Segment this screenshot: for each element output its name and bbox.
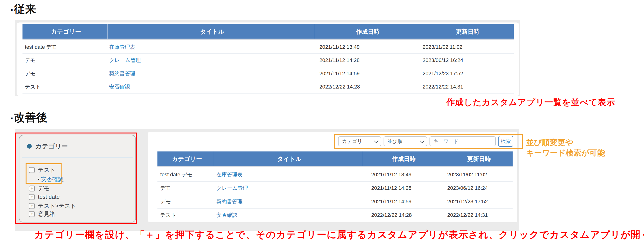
tree-child-item: • 安否確認	[38, 176, 64, 183]
tree-item-label[interactable]: デモ	[38, 184, 50, 192]
table-row: test date デモ 在庫管理表 2021/11/12 13:49 2023…	[22, 40, 514, 54]
sidebar-divider	[22, 157, 132, 158]
created-cell: 2021/11/12 13:49	[366, 172, 442, 178]
category-cell: デモ	[158, 184, 214, 192]
search-button[interactable]: 検索	[498, 136, 513, 147]
tree-item: − テスト	[29, 166, 56, 174]
updated-cell: 2022/12/22 14:31	[419, 84, 514, 90]
keyword-input[interactable]	[430, 136, 496, 146]
legacy-app-table: カテゴリー タイトル 作成日時 更新日時 test date デモ 在庫管理表 …	[22, 24, 514, 94]
sidebar-title: カテゴリー	[35, 142, 68, 150]
updated-cell: 2023/06/12 16:24	[419, 57, 514, 64]
collapse-icon[interactable]: −	[29, 167, 35, 173]
created-cell: 2021/11/12 13:49	[316, 44, 419, 50]
improved-heading: ▪ 改善後	[11, 110, 47, 125]
column-header-created: 作成日時	[362, 152, 440, 166]
app-title-link[interactable]: 在庫管理表	[216, 172, 242, 178]
chevron-down-icon	[420, 138, 424, 143]
heading-bullet: ▪	[11, 114, 13, 122]
column-header-updated: 更新日時	[418, 24, 514, 38]
tree-child-link[interactable]: 安否確認	[41, 176, 64, 183]
sidebar-title-row: カテゴリー	[27, 142, 68, 150]
updated-cell: 2021/12/23 17:52	[419, 70, 514, 77]
tree-item: + 意見箱	[29, 210, 55, 218]
improved-heading-text: 改善後	[14, 110, 47, 125]
table-header-row: カテゴリー タイトル 作成日時 更新日時	[22, 24, 514, 38]
updated-cell: 2023/06/12 16:24	[442, 185, 512, 191]
expand-icon[interactable]: +	[29, 186, 35, 192]
updated-cell: 2023/11/02 11:02	[419, 44, 514, 50]
category-bullet-icon	[27, 144, 32, 148]
column-header-created: 作成日時	[315, 24, 418, 38]
app-title-link[interactable]: 安否確認	[216, 212, 237, 218]
created-cell: 2021/11/12 14:28	[316, 57, 419, 64]
expand-icon[interactable]: +	[29, 194, 35, 200]
chevron-down-icon	[374, 138, 378, 143]
tree-item: + テスト>テスト	[29, 202, 76, 210]
updated-cell: 2021/12/23 17:52	[442, 198, 512, 205]
category-cell: デモ	[22, 57, 107, 64]
column-header-title: タイトル	[108, 24, 315, 38]
table-row: デモ クレーム管理 2021/11/12 14:28 2023/06/12 16…	[158, 182, 512, 195]
sort-select-value: 並び順	[387, 138, 402, 144]
table-row: テスト 安否確認 2022/12/22 14:28 2022/12/22 14:…	[158, 208, 512, 222]
app-title-link[interactable]: 安否確認	[109, 84, 130, 90]
search-annotation: 並び順変更や キーワード検索が可能	[526, 137, 605, 158]
table-row: test date デモ 在庫管理表 2021/11/12 13:49 2023…	[158, 168, 512, 182]
app-title-link[interactable]: 契約書管理	[109, 70, 135, 76]
child-bullet-icon: •	[38, 177, 39, 182]
category-cell: test date デモ	[22, 44, 107, 51]
tree-item-label[interactable]: テスト	[38, 166, 56, 174]
tree-item-label[interactable]: 意見箱	[38, 210, 55, 218]
category-sidebar-highlight: カテゴリー − テスト • 安否確認 + デモ + test date	[15, 132, 136, 224]
improved-app-table: カテゴリー タイトル 作成日時 更新日時 test date デモ 在庫管理表 …	[158, 152, 512, 222]
sort-select[interactable]: 並び順	[384, 136, 427, 146]
column-header-category: カテゴリー	[22, 24, 108, 38]
table-header-row: カテゴリー タイトル 作成日時 更新日時	[158, 152, 512, 166]
table-row: デモ クレーム管理 2021/11/12 14:28 2023/06/12 16…	[22, 54, 514, 67]
column-header-updated: 更新日時	[440, 152, 512, 166]
legacy-annotation: 作成したカスタムアプリ一覧を並べて表示	[446, 96, 615, 108]
expand-icon[interactable]: +	[29, 203, 35, 209]
category-cell: test date デモ	[158, 171, 214, 178]
tree-item: + デモ	[29, 184, 50, 192]
created-cell: 2021/11/12 14:28	[366, 185, 442, 191]
table-row: デモ 契約書管理 2021/11/12 14:59 2021/12/23 17:…	[158, 195, 512, 208]
column-header-category: カテゴリー	[158, 152, 214, 166]
app-title-link[interactable]: クレーム管理	[216, 185, 248, 191]
table-row: デモ 契約書管理 2021/11/12 14:59 2021/12/23 17:…	[22, 67, 514, 80]
category-cell: テスト	[22, 83, 107, 90]
app-title-link[interactable]: 契約書管理	[216, 198, 242, 204]
created-cell: 2022/12/22 14:28	[366, 212, 442, 218]
category-cell: テスト	[158, 212, 214, 219]
legacy-heading-text: 従来	[14, 2, 36, 16]
app-title-link[interactable]: クレーム管理	[109, 57, 141, 63]
category-sidebar: カテゴリー − テスト • 安否確認 + デモ + test date	[19, 135, 136, 222]
tree-item: + test date	[29, 194, 60, 200]
app-title-link[interactable]: 在庫管理表	[109, 44, 135, 50]
category-select[interactable]: カテゴリー	[338, 136, 381, 146]
category-select-value: カテゴリー	[342, 138, 367, 144]
category-cell: デモ	[158, 198, 214, 205]
legacy-heading: ▪ 従来	[11, 2, 36, 16]
tree-item-label[interactable]: test date	[38, 194, 60, 200]
created-cell: 2021/11/12 14:59	[316, 70, 419, 77]
tree-item-label[interactable]: テスト>テスト	[38, 202, 76, 210]
column-header-title: タイトル	[214, 152, 362, 166]
search-annotation-line1: 並び順変更や	[526, 137, 605, 148]
category-cell: デモ	[22, 70, 107, 77]
updated-cell: 2022/12/22 14:31	[442, 212, 512, 218]
table-row: テスト 安否確認 2022/12/22 14:28 2022/12/22 14:…	[22, 80, 514, 94]
bottom-annotation: カテゴリー欄を設け、「＋」を押下することで、そのカテゴリーに属するカスタムアプリ…	[34, 228, 644, 241]
expand-icon[interactable]: +	[29, 211, 35, 217]
heading-bullet: ▪	[11, 6, 13, 14]
updated-cell: 2023/11/02 11:02	[442, 172, 512, 178]
search-annotation-line2: キーワード検索が可能	[526, 148, 605, 158]
created-cell: 2021/11/12 14:59	[366, 198, 442, 205]
comparison-slide: ▪ 従来 カテゴリー タイトル 作成日時 更新日時 test date デモ 在…	[0, 0, 644, 244]
created-cell: 2022/12/22 14:28	[316, 84, 419, 90]
